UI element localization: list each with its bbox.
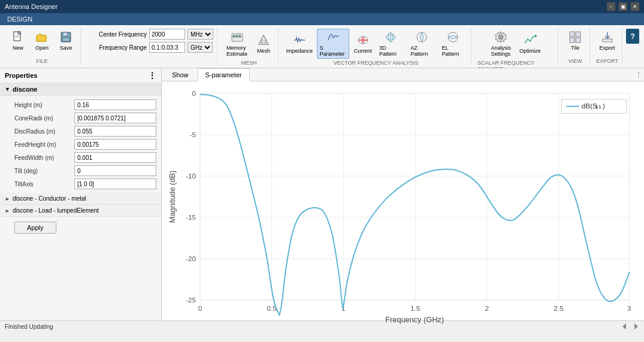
discone-arrow: ▼ xyxy=(5,86,10,92)
mesh-button[interactable]: Mesh xyxy=(253,32,274,56)
svg-text:-10: -10 xyxy=(186,172,196,180)
minimize-button[interactable]: − xyxy=(607,2,615,11)
statusbar-message: Finished Updating xyxy=(5,323,53,330)
design-tab[interactable]: DESIGN xyxy=(0,13,644,25)
svg-rect-31 xyxy=(570,38,575,43)
tab-s-parameter[interactable]: S-parameter xyxy=(198,68,250,81)
chart-menu-icon[interactable]: ⋮ xyxy=(636,71,642,78)
properties-menu-icon[interactable]: ⋮ xyxy=(148,71,156,80)
svg-text:0: 0 xyxy=(192,89,196,98)
restore-button[interactable]: ▣ xyxy=(619,2,627,11)
design-tab-label: DESIGN xyxy=(7,16,32,23)
disc-radius-row: DiscRadius (m) xyxy=(0,125,161,138)
tile-label: Tile xyxy=(571,45,579,51)
file-section: New Open Save FILE xyxy=(4,28,81,65)
close-button[interactable]: ✕ xyxy=(631,2,639,11)
tilt-axis-input[interactable] xyxy=(74,178,156,189)
file-section-label: FILE xyxy=(36,57,47,64)
memory-icon xyxy=(231,31,244,44)
tile-section: Tile VIEW xyxy=(561,28,590,65)
svg-rect-8 xyxy=(233,35,235,37)
3d-pattern-button[interactable]: 3D Pattern xyxy=(376,29,405,59)
load-section: ► discone - Load - lumpedElement xyxy=(0,205,161,217)
current-button[interactable]: Current xyxy=(352,32,374,56)
svg-text:Frequency (GHz): Frequency (GHz) xyxy=(385,315,444,324)
discone-section-header[interactable]: ▼ discone xyxy=(0,83,161,96)
frequency-range-row: Frequency Range GHz xyxy=(87,42,213,53)
tilt-axis-row: TiltAxis xyxy=(0,177,161,190)
disc-radius-input[interactable] xyxy=(74,126,156,137)
height-input[interactable] xyxy=(74,99,156,110)
svg-text:1.5: 1.5 xyxy=(410,304,421,313)
export-icon xyxy=(601,31,614,44)
chart-panel: Show S-parameter ⋮ xyxy=(162,68,644,320)
scalar-buttons: AnalysisSettings Optimize xyxy=(488,29,544,59)
frequency-range-input[interactable] xyxy=(149,42,185,53)
apply-row: Apply xyxy=(0,217,161,238)
frequency-range-unit[interactable]: GHz xyxy=(188,42,213,53)
properties-header: Properties ⋮ xyxy=(0,68,161,83)
svg-text:-20: -20 xyxy=(186,255,196,263)
s-parameter-button[interactable]: S Parameter xyxy=(317,29,350,59)
3d-icon xyxy=(384,31,397,44)
memory-estimate-button[interactable]: MemoryEstimate xyxy=(223,29,250,59)
load-header[interactable]: ► discone - Load - lumpedElement xyxy=(0,205,161,216)
az-pattern-button[interactable]: AZ Pattern xyxy=(407,29,436,59)
mesh-label: Mesh xyxy=(257,48,270,54)
save-label: Save xyxy=(60,45,72,51)
titlebar-title: Antenna Designer xyxy=(5,3,58,10)
el-pattern-button[interactable]: EL Pattern xyxy=(439,29,467,59)
properties-panel: Properties ⋮ ▼ discone Height (m) ConeRa… xyxy=(0,68,162,320)
svg-marker-11 xyxy=(259,35,268,44)
az-icon xyxy=(415,31,428,44)
apply-button[interactable]: Apply xyxy=(14,222,56,234)
center-frequency-label: Center Frequency xyxy=(87,31,147,38)
chart-area: 0 -5 -10 -15 -20 -25 0 0.5 1 1.5 2 2.5 3… xyxy=(162,81,644,330)
properties-title: Properties xyxy=(5,72,37,79)
3d-pattern-label: 3D Pattern xyxy=(379,45,402,57)
center-frequency-unit[interactable]: MHz xyxy=(188,29,213,40)
titlebar: Antenna Designer − ▣ ✕ xyxy=(0,0,644,13)
az-pattern-label: AZ Pattern xyxy=(410,45,433,57)
svg-text:2.5: 2.5 xyxy=(554,304,564,313)
settings-icon xyxy=(494,31,507,44)
impedance-button[interactable]: Impedance xyxy=(285,32,315,56)
save-button[interactable]: Save xyxy=(55,29,77,53)
cone-radii-label: ConeRadii (m) xyxy=(14,115,72,122)
help-area: ? xyxy=(625,28,640,45)
svg-text:2: 2 xyxy=(485,304,489,313)
impedance-label: Impedance xyxy=(286,48,313,54)
tile-icon xyxy=(569,31,582,44)
input-group: Center Frequency MHz Frequency Range GHz xyxy=(87,29,213,53)
view-section-label: VIEW xyxy=(569,57,582,64)
tile-button[interactable]: Tile xyxy=(564,29,586,53)
svg-rect-6 xyxy=(62,38,69,41)
feed-height-input[interactable] xyxy=(74,139,156,150)
tilt-input[interactable] xyxy=(74,165,156,176)
optimize-button[interactable]: Optimize xyxy=(516,32,544,56)
center-frequency-row: Center Frequency MHz xyxy=(87,29,213,40)
center-frequency-input[interactable] xyxy=(149,29,185,40)
help-button[interactable]: ? xyxy=(626,29,639,44)
open-label: Open xyxy=(35,45,49,51)
titlebar-controls[interactable]: − ▣ ✕ xyxy=(607,2,639,11)
new-button[interactable]: New xyxy=(7,29,29,53)
open-button[interactable]: Open xyxy=(31,29,53,53)
el-pattern-label: EL Pattern xyxy=(442,45,464,57)
conductor-header[interactable]: ► discone - Conductor - metal xyxy=(0,193,161,204)
cone-radii-input[interactable] xyxy=(74,113,156,123)
svg-text:dB(S: dB(S xyxy=(582,102,597,110)
feed-width-input[interactable] xyxy=(74,152,156,163)
vector-section: Impedance S Parameter Current 3D Pattern xyxy=(281,28,471,65)
export-section-label: EXPORT xyxy=(596,57,618,64)
memory-estimate-label: MemoryEstimate xyxy=(226,45,247,57)
vector-buttons: Impedance S Parameter Current 3D Pattern xyxy=(285,29,467,59)
svg-marker-21 xyxy=(361,37,365,44)
feed-width-row: FeedWidth (m) xyxy=(0,151,161,164)
tab-show[interactable]: Show xyxy=(164,68,196,81)
feed-height-row: FeedHeight (m) xyxy=(0,138,161,151)
export-button[interactable]: Export xyxy=(597,29,618,53)
analysis-settings-button[interactable]: AnalysisSettings xyxy=(488,29,515,59)
help-icon: ? xyxy=(630,32,635,41)
s-parameter-label: S Parameter xyxy=(320,45,347,57)
